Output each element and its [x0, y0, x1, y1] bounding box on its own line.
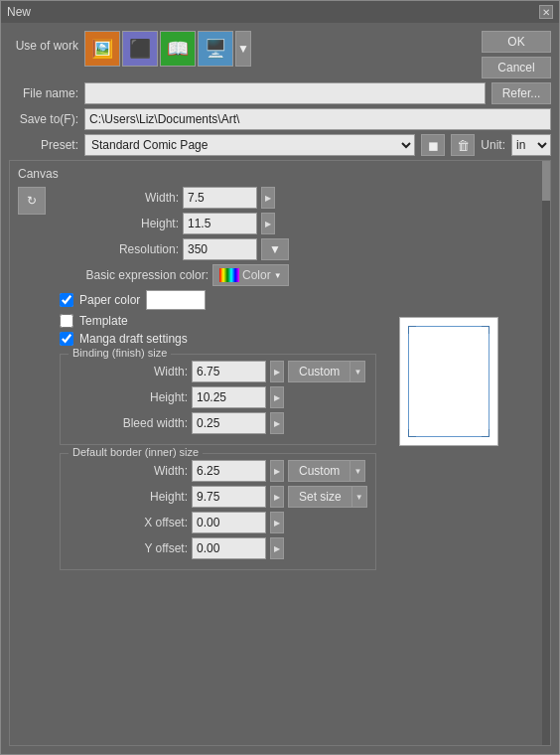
default-border-title: Default border (inner) size — [69, 446, 203, 458]
save-to-label: Save to(F): — [9, 112, 78, 126]
x-offset-arrow[interactable]: ▶ — [270, 512, 284, 533]
template-checkbox[interactable] — [60, 314, 73, 328]
binding-size-title: Binding (finish) size — [69, 347, 171, 359]
refer-button[interactable]: Refer... — [491, 82, 551, 104]
paper-color-checkbox[interactable] — [60, 293, 73, 307]
set-size-button[interactable]: Set size — [288, 486, 351, 508]
canvas-preview — [384, 187, 513, 576]
resolution-dropdown[interactable]: ▼ — [261, 238, 289, 260]
work-icon-animation[interactable]: 📖 — [160, 31, 196, 67]
page-inner-border — [408, 326, 490, 437]
y-offset-input[interactable] — [192, 537, 266, 559]
dialog-title: New — [7, 5, 31, 19]
set-size-arrow[interactable]: ▼ — [351, 486, 367, 508]
color-stripe — [219, 268, 239, 282]
height-row: Height: ▶ — [60, 213, 376, 234]
work-icon-dropdown[interactable]: ▼ — [235, 31, 251, 67]
binding-height-row: Height: ▶ — [69, 386, 367, 408]
resolution-row: Resolution: ▼ — [60, 238, 376, 260]
binding-size-section: Binding (finish) size Width: ▶ Custom ▼ — [60, 354, 376, 445]
color-select[interactable]: Color ▼ — [212, 264, 289, 286]
cancel-button[interactable]: Cancel — [482, 57, 551, 78]
width-input[interactable] — [183, 187, 257, 209]
x-offset-input[interactable] — [192, 512, 266, 533]
ok-button[interactable]: OK — [482, 31, 551, 53]
scrollbar-track[interactable] — [542, 161, 550, 745]
height-arrow[interactable]: ▶ — [261, 213, 275, 234]
file-name-input[interactable] — [84, 82, 486, 104]
canvas-title: Canvas — [18, 167, 542, 181]
binding-custom-arrow[interactable]: ▼ — [350, 361, 365, 382]
border-height-label: Height: — [69, 490, 188, 504]
manga-draft-checkbox[interactable] — [60, 332, 73, 346]
x-offset-label: X offset: — [69, 516, 188, 529]
y-offset-label: Y offset: — [69, 541, 188, 555]
resolution-input[interactable] — [183, 238, 257, 260]
paper-color-label: Paper color — [79, 293, 140, 307]
manga-draft-label: Manga draft settings — [79, 332, 188, 346]
preset-select[interactable]: Standard Comic Page — [84, 134, 415, 156]
border-height-row: Height: ▶ Set size ▼ — [69, 486, 367, 508]
default-border-section: Default border (inner) size Width: ▶ Cus… — [60, 453, 376, 570]
bleed-width-row: Bleed width: ▶ — [69, 412, 367, 434]
preset-delete-icon[interactable]: 🗑 — [451, 134, 475, 156]
close-button[interactable]: ✕ — [539, 5, 553, 19]
width-label: Width: — [60, 191, 179, 205]
binding-height-input[interactable] — [192, 386, 266, 408]
ok-cancel-buttons: OK Cancel — [482, 31, 551, 78]
height-input[interactable] — [183, 213, 257, 234]
color-row: Basic expression color: Color ▼ — [60, 264, 376, 286]
color-label: Basic expression color: — [60, 268, 209, 282]
page-preview-box — [399, 317, 498, 446]
bleed-width-arrow[interactable]: ▶ — [270, 412, 284, 434]
work-icon-all[interactable]: 🖥️ — [198, 31, 233, 67]
binding-width-label: Width: — [69, 365, 188, 378]
corner-tl — [408, 326, 416, 334]
color-chevron: ▼ — [274, 271, 282, 280]
work-icon-comic[interactable]: ⬛ — [122, 31, 158, 67]
bleed-width-input[interactable] — [192, 412, 266, 434]
corner-tr — [482, 326, 490, 334]
work-icon-illustration[interactable]: 🖼️ — [84, 31, 120, 67]
binding-width-arrow[interactable]: ▶ — [270, 361, 284, 382]
y-offset-row: Y offset: ▶ — [69, 537, 367, 559]
border-height-input[interactable] — [192, 486, 266, 508]
border-width-arrow[interactable]: ▶ — [270, 460, 284, 482]
x-offset-row: X offset: ▶ — [69, 512, 367, 533]
rotate-button[interactable]: ↻ — [18, 187, 46, 215]
preset-save-icon[interactable]: ◼ — [421, 134, 445, 156]
binding-width-input[interactable] — [192, 361, 266, 382]
border-custom-arrow[interactable]: ▼ — [350, 460, 365, 482]
unit-select[interactable]: in — [511, 134, 551, 156]
border-custom-button[interactable]: Custom — [288, 460, 350, 482]
work-icons-group: 🖼️ ⬛ 📖 🖥️ ▼ — [84, 31, 251, 67]
binding-custom-button[interactable]: Custom — [288, 361, 350, 382]
width-arrow[interactable]: ▶ — [261, 187, 275, 209]
scrollbar-thumb[interactable] — [542, 161, 550, 201]
canvas-section: Canvas ↻ Width: ▶ Height: — [9, 160, 551, 746]
paper-color-swatch[interactable] — [146, 290, 206, 310]
border-width-input[interactable] — [192, 460, 266, 482]
unit-label: Unit: — [481, 138, 505, 152]
new-dialog: New ✕ Use of work 🖼️ ⬛ 📖 🖥️ ▼ OK Cancel … — [0, 0, 560, 755]
use-of-work-label: Use of work — [9, 31, 78, 53]
height-label: Height: — [60, 217, 179, 230]
template-label: Template — [79, 314, 128, 328]
binding-width-row: Width: ▶ Custom ▼ — [69, 361, 367, 382]
template-row: Template — [60, 314, 376, 328]
y-offset-arrow[interactable]: ▶ — [270, 537, 284, 559]
border-height-arrow[interactable]: ▶ — [270, 486, 284, 508]
title-bar: New ✕ — [1, 1, 559, 23]
paper-color-row: Paper color — [60, 290, 376, 310]
canvas-fields: Width: ▶ Height: ▶ Resolution: — [60, 187, 376, 576]
file-name-label: File name: — [9, 86, 78, 100]
preset-label: Preset: — [9, 138, 78, 152]
save-to-input[interactable] — [84, 108, 551, 130]
dialog-body: Use of work 🖼️ ⬛ 📖 🖥️ ▼ OK Cancel File n… — [1, 23, 559, 754]
binding-height-label: Height: — [69, 390, 188, 404]
set-size-btn-group: Set size ▼ — [288, 486, 367, 508]
border-width-label: Width: — [69, 464, 188, 478]
canvas-inner: ↻ Width: ▶ Height: ▶ — [18, 187, 542, 576]
resolution-label: Resolution: — [60, 242, 179, 256]
binding-height-arrow[interactable]: ▶ — [270, 386, 284, 408]
